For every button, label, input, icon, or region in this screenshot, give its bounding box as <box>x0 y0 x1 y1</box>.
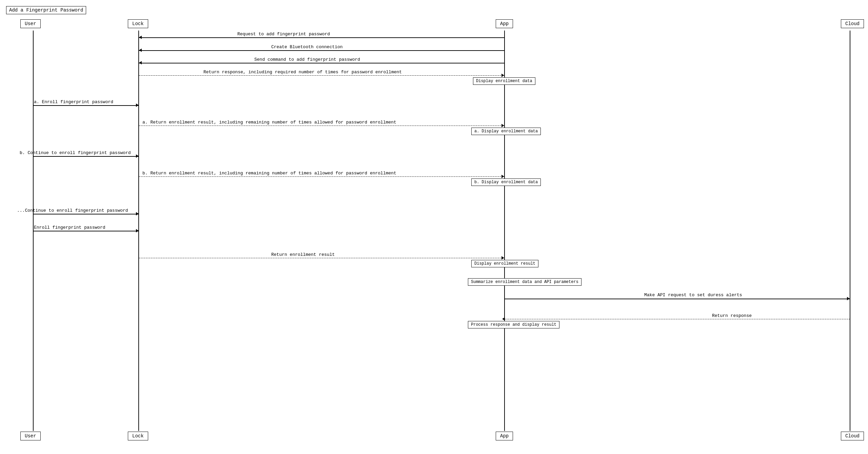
box-display-enrollment-result: Display enrollment result <box>471 260 538 267</box>
arrow-m4-head <box>501 74 504 77</box>
box-a-display-enrollment-data: a. Display enrollment data <box>471 128 541 135</box>
arrow-m3-line <box>139 63 504 63</box>
box-process-response: Process response and display result <box>468 321 559 328</box>
arrow-m4-label: Return response, including required numb… <box>203 70 402 75</box>
arrow-m10-label: Enroll fingerprint password <box>34 225 105 230</box>
box-b-display-enrollment-data: b. Display enrollment data <box>471 178 541 186</box>
arrow-m2-line <box>139 50 504 51</box>
arrow-m3-label: Send command to add fingerprint password <box>254 57 360 62</box>
lifeline-app <box>504 31 505 431</box>
participant-user-bottom: User <box>20 432 41 440</box>
participant-user-top: User <box>20 19 41 28</box>
arrow-m2-label: Create Bluetooth connection <box>271 44 343 50</box>
arrow-m8-label: b. Return enrollment result, including r… <box>142 171 396 176</box>
diagram-container: Add a Fingerprint Password User Lock App… <box>0 0 868 454</box>
arrow-m5-label: a. Enroll fingerprint password <box>34 99 113 105</box>
arrow-m7-head <box>136 154 139 158</box>
arrow-m11-line <box>139 258 504 258</box>
arrow-m4-line <box>139 75 504 76</box>
arrow-m8-line <box>139 176 504 177</box>
participant-app-top: App <box>496 19 513 28</box>
arrow-m3-head <box>139 61 142 64</box>
arrow-m13-line <box>505 319 850 319</box>
box-display-enrollment-data: Display enrollment data <box>473 77 535 85</box>
arrow-m7-line <box>33 156 139 157</box>
arrow-m1-label: Request to add fingerprint password <box>237 32 330 37</box>
arrow-m7-label: b. Continue to enroll fingerprint passwo… <box>20 150 131 155</box>
arrow-m12-head <box>847 297 850 300</box>
participant-app-bottom: App <box>496 432 513 440</box>
participant-lock-top: Lock <box>128 19 148 28</box>
lifeline-cloud <box>850 31 850 431</box>
arrow-m6-head <box>501 124 504 127</box>
arrow-m11-head <box>501 256 504 260</box>
arrow-m9-label: ...Continue to enroll fingerprint passwo… <box>17 208 128 213</box>
arrow-m1-head <box>139 36 142 39</box>
arrow-m9-line <box>33 214 139 214</box>
arrow-m5-line <box>33 105 139 106</box>
arrow-m10-head <box>136 229 139 232</box>
arrow-m11-label: Return enrollment result <box>271 252 335 257</box>
arrow-m9-head <box>136 212 139 215</box>
arrow-m12-line <box>505 299 850 299</box>
participant-cloud-top: Cloud <box>841 19 864 28</box>
diagram-title: Add a Fingerprint Password <box>6 6 86 14</box>
arrow-m12-label: Make API request to set duress alerts <box>644 292 742 298</box>
arrow-m5-head <box>136 103 139 107</box>
arrow-m13-label: Return response <box>712 313 752 318</box>
arrow-m1-line <box>139 37 504 38</box>
arrow-m8-head <box>501 175 504 178</box>
arrow-m2-head <box>139 49 142 52</box>
arrow-m13-head <box>502 317 505 321</box>
participant-cloud-bottom: Cloud <box>841 432 864 440</box>
participant-lock-bottom: Lock <box>128 432 148 440</box>
arrow-m6-label: a. Return enrollment result, including r… <box>142 120 396 125</box>
arrow-m10-line <box>33 231 139 231</box>
box-summarize-enrollment: Summarize enrollment data and API parame… <box>468 278 581 286</box>
arrow-m6-line <box>139 126 504 126</box>
